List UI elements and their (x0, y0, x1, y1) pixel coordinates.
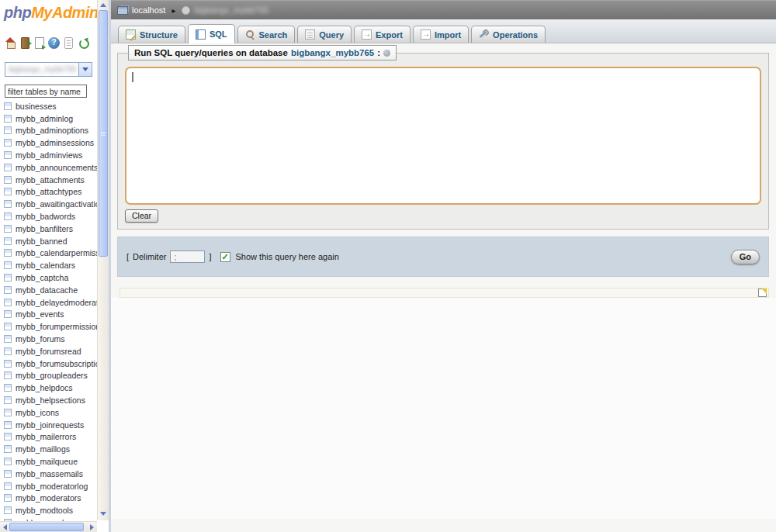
table-list-item[interactable]: mybb_moderators (2, 492, 97, 505)
help-icon[interactable] (383, 50, 390, 57)
legend-colon: : (377, 48, 380, 57)
table-icon (4, 409, 12, 416)
table-list-item[interactable]: mybb_badwords (2, 210, 97, 223)
table-name: mybb_delayedmoderation (16, 298, 97, 307)
table-list-item[interactable]: businesses (2, 100, 97, 112)
table-list-item[interactable]: mybb_helpdocs (2, 382, 97, 394)
scroll-left-arrow[interactable] (0, 522, 9, 532)
table-list-item[interactable]: mybb_forumpermissions (2, 320, 97, 333)
table-list-item[interactable]: mybb_captcha (2, 271, 97, 284)
table-icon (4, 299, 12, 306)
tab-label: Export (376, 30, 403, 40)
breadcrumb-server-link[interactable]: localhost (132, 5, 165, 15)
table-icon (4, 421, 12, 429)
table-list-item[interactable]: mybb_mailqueue (2, 455, 97, 468)
table-list-item[interactable]: mybb_mailerrors (2, 431, 97, 444)
scroll-up-arrow[interactable] (98, 0, 109, 10)
table-name: mybb_adminviews (16, 150, 82, 160)
bracket-close: ] (209, 252, 211, 261)
table-list-item[interactable]: mybb_attachtypes (2, 186, 97, 199)
delimiter-input[interactable] (170, 250, 205, 263)
sidebar-horizontal-scrollbar[interactable] (0, 521, 97, 532)
table-list-item[interactable]: mybb_forums (2, 333, 97, 345)
table-list-item[interactable]: mybb_forumsubscriptions (2, 358, 97, 370)
home-icon[interactable] (5, 37, 16, 49)
tab-operations[interactable]: Operations (471, 26, 546, 43)
navigation-sidebar: phpMyAdmin bigbangx_mybb765 businesses m… (0, 0, 109, 532)
sql-textarea-wrap (125, 67, 761, 205)
database-select[interactable]: bigbangx_mybb765 (5, 62, 92, 77)
table-list-item[interactable]: mybb_moderatorlog (2, 480, 97, 492)
logo-php-text: php (4, 4, 31, 21)
table-name: mybb_modtools (16, 506, 73, 515)
query-options-bar: [ Delimiter ] Show this query here again… (117, 237, 769, 277)
sql-query-legend: Run SQL query/queries on database bigban… (128, 45, 397, 60)
database-select-arrow[interactable] (78, 63, 92, 76)
table-list-item[interactable]: mybb_modtools (2, 504, 97, 516)
tab-label: Operations (493, 30, 538, 40)
sql-query-textarea[interactable] (125, 67, 761, 205)
horizontal-scroll-thumb[interactable] (9, 523, 84, 531)
table-name: mybb_datacache (16, 285, 78, 295)
table-list-item[interactable]: mybb_adminsessions (2, 136, 97, 149)
logo-myadmin-text: MyAdmin (31, 4, 99, 21)
table-list-item[interactable]: mybb_joinrequests (2, 419, 97, 431)
scroll-down-arrow[interactable] (98, 509, 109, 519)
table-list-item[interactable]: mybb_helpsections (2, 394, 97, 406)
tab-export[interactable]: Export (354, 26, 411, 43)
table-list-item[interactable]: mybb_calendarpermissions (2, 247, 97, 260)
tab-search[interactable]: Search (237, 26, 296, 43)
table-list-item[interactable]: mybb_datacache (2, 284, 97, 296)
phpmyadmin-logo[interactable]: phpMyAdmin (4, 4, 99, 22)
phpmyadmin-docs-icon[interactable] (48, 37, 60, 49)
legend-database-link[interactable]: bigbangx_mybb765 (291, 48, 374, 57)
table-list-item[interactable]: mybb_adminlog (2, 112, 97, 125)
table-name: mybb_icons (16, 408, 59, 417)
table-list-item[interactable]: mybb_adminviews (2, 149, 97, 161)
vertical-scroll-thumb[interactable] (99, 10, 108, 257)
sql-window-icon[interactable] (35, 37, 44, 49)
table-list-item[interactable]: mybb_maillogs (2, 443, 97, 455)
table-list-item[interactable]: mybb_attachments (2, 174, 97, 186)
show-query-checkbox[interactable] (220, 252, 230, 262)
reload-icon[interactable] (78, 37, 89, 49)
table-list-item[interactable]: mybb_calendars (2, 259, 97, 271)
table-list-item[interactable]: mybb_announcements (2, 161, 97, 174)
table-list-item[interactable]: mybb_adminoptions (2, 125, 97, 137)
table-list-item[interactable]: mybb_groupleaders (2, 370, 97, 382)
breadcrumb-database-link[interactable]: bigbangx_mybb765 (194, 5, 268, 15)
table-list-item[interactable]: mybb_massemails (2, 468, 97, 480)
scroll-right-arrow[interactable] (87, 522, 96, 532)
filter-tables-input[interactable] (5, 85, 87, 98)
table-icon (4, 139, 12, 147)
mysql-docs-icon[interactable] (64, 37, 73, 49)
tab-sql[interactable]: SQL (188, 24, 235, 43)
table-icon (4, 249, 12, 257)
table-list-item[interactable]: mybb_banfilters (2, 223, 97, 235)
table-list-item[interactable]: mybb_icons (2, 406, 97, 419)
delimiter-label: Delimiter (133, 252, 166, 261)
table-list-item[interactable]: mybb_delayedmoderation (2, 296, 97, 309)
bracket-open: [ (126, 252, 129, 261)
table-list-item[interactable]: mybb_awaitingactivation (2, 198, 97, 210)
table-icon (4, 261, 12, 269)
table-icon (4, 164, 12, 171)
table-list-item[interactable]: mybb_events (2, 309, 97, 321)
table-list-item[interactable]: mybb_forumsread (2, 345, 97, 358)
tab-import[interactable]: Import (413, 26, 469, 43)
table-icon (4, 176, 12, 184)
tab-structure[interactable]: Structure (118, 26, 185, 43)
tab-label: SQL (210, 29, 227, 39)
clear-button[interactable]: Clear (125, 209, 158, 223)
table-icon (4, 115, 12, 123)
tab-query[interactable]: Query (297, 26, 352, 43)
import-icon (421, 29, 431, 40)
database-select-value: bigbangx_mybb765 (5, 65, 78, 74)
logout-icon[interactable] (21, 37, 29, 49)
sidebar-vertical-scrollbar[interactable] (97, 0, 109, 520)
open-new-window-icon[interactable] (758, 288, 767, 297)
table-list-item[interactable]: mybb_banned (2, 235, 97, 247)
table-name: mybb_calendarpermissions (16, 248, 97, 257)
table-icon (4, 310, 12, 318)
go-button[interactable]: Go (731, 250, 760, 264)
